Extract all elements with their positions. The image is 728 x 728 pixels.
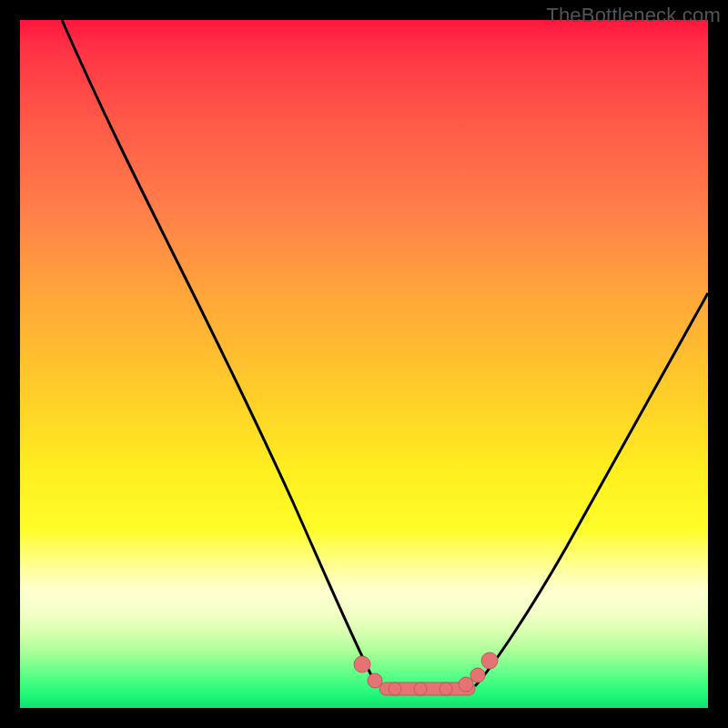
highlight-dot (459, 677, 473, 692)
curve-layer (20, 20, 708, 708)
highlight-dot (481, 652, 498, 669)
plot-area (20, 20, 708, 708)
highlight-dot (414, 682, 427, 695)
highlight-dot (389, 682, 401, 695)
highlight-dot (470, 668, 485, 682)
left-curve (62, 20, 377, 686)
highlight-dot (440, 682, 452, 695)
highlight-dot (354, 656, 370, 672)
right-curve (475, 293, 708, 686)
chart-frame: TheBottleneck.com (0, 0, 728, 728)
highlight-dot (368, 673, 382, 688)
watermark: TheBottleneck.com (546, 4, 721, 27)
